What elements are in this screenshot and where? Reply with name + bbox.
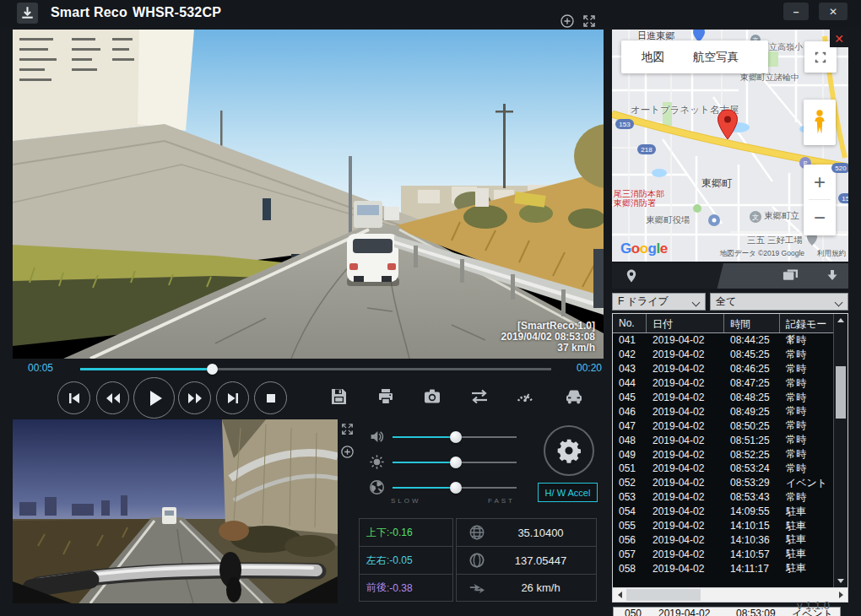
- table-row[interactable]: 0442019-04-0208:47:25常時: [613, 376, 847, 391]
- brightness-slider-thumb[interactable]: [450, 457, 462, 468]
- print-icon[interactable]: [376, 386, 396, 407]
- gps-panel: 35.10400 137.05447 26 km/h: [456, 518, 597, 602]
- total-time: 00:20: [577, 362, 602, 374]
- swap-camera-icon[interactable]: [469, 386, 490, 407]
- settings-button[interactable]: [544, 425, 594, 476]
- previous-file-button[interactable]: [57, 381, 90, 414]
- export-images-icon[interactable]: [782, 268, 798, 284]
- rear-video[interactable]: [13, 419, 338, 603]
- fast-forward-button[interactable]: [178, 381, 211, 414]
- map-panel[interactable]: 文 文 P 日進東郷東郷町立高嶺小東郷町立諸輪中オートプラネット名古屋東郷町尾三…: [612, 30, 848, 262]
- next-file-button[interactable]: [216, 381, 249, 414]
- table-row[interactable]: 0422019-04-0208:45:25常時: [613, 348, 847, 362]
- playback-speed-slider[interactable]: [393, 487, 517, 489]
- screenshot-camera-icon[interactable]: [422, 386, 442, 407]
- map-zoom-control: + −: [804, 165, 836, 235]
- volume-slider-thumb[interactable]: [450, 431, 462, 443]
- vehicle-info-icon[interactable]: [564, 386, 584, 407]
- rewind-button[interactable]: [96, 381, 129, 414]
- close-button[interactable]: ✕: [819, 3, 847, 20]
- seek-bar[interactable]: [80, 368, 551, 370]
- table-row[interactable]: 0472019-04-0208:50:25常時: [613, 419, 847, 433]
- sub-video-zoom-in-icon[interactable]: [340, 445, 355, 459]
- table-row[interactable]: 0542019-04-0214:09:55駐車: [613, 505, 847, 519]
- map-label: 東郷町立諸輪中: [740, 72, 799, 84]
- route-shield: 218: [637, 144, 656, 154]
- table-row[interactable]: 0572019-04-0214:10:57駐車: [613, 547, 847, 561]
- zoom-in-button[interactable]: +: [804, 165, 836, 199]
- gsensor-panel: 上下 : -0.16 左右 : -0.05 前後 : -0.38: [359, 518, 453, 602]
- drive-select[interactable]: F ドライブ: [612, 293, 706, 311]
- table-row[interactable]: 0512019-04-0208:53:24常時: [613, 462, 847, 476]
- playback-speed-slider-thumb[interactable]: [450, 482, 462, 494]
- drive-select-value: F ドライブ: [618, 294, 669, 309]
- scroll-down-arrow[interactable]: [834, 575, 847, 587]
- gsensor-longitudinal-label: 前後: [366, 581, 387, 595]
- table-row[interactable]: 0452019-04-0208:48:25常時: [613, 391, 847, 405]
- svg-text:文: 文: [752, 213, 759, 221]
- col-no[interactable]: No.: [613, 314, 647, 332]
- main-video[interactable]: P: [13, 30, 604, 359]
- tab-satellite[interactable]: 航空写真: [693, 50, 739, 65]
- table-row[interactable]: 0552019-04-0214:10:15駐車: [613, 519, 847, 533]
- table-row[interactable]: 0532019-04-0208:53:43常時: [613, 490, 847, 505]
- table-row[interactable]: 0562019-04-0214:10:36駐車: [613, 532, 847, 547]
- seek-bar-thumb[interactable]: [207, 364, 218, 375]
- vertical-scroll-thumb[interactable]: [836, 366, 846, 419]
- playback-speed-icon: [369, 479, 385, 495]
- table-row[interactable]: 0482019-04-0208:51:25常時: [613, 433, 847, 447]
- scroll-left-arrow[interactable]: [614, 590, 625, 600]
- table-header: No. 日付 時間 記録モード: [613, 314, 847, 333]
- vertical-scrollbar[interactable]: [833, 314, 847, 587]
- speed-row: 26 km/h: [457, 575, 596, 601]
- tab-map[interactable]: 地図: [642, 50, 664, 65]
- map-label: 東郷町立: [764, 210, 799, 222]
- app-logo-icon: [17, 3, 38, 24]
- col-date[interactable]: 日付: [647, 314, 724, 332]
- recording-table: No. 日付 時間 記録モード 0412019-04-0208:44:25常時 …: [612, 313, 848, 602]
- gsensor-lateral-label: 左右: [366, 554, 387, 568]
- minimize-button[interactable]: –: [783, 3, 809, 20]
- route-shield: 153: [838, 193, 848, 203]
- horizontal-scroll-thumb[interactable]: [626, 589, 701, 601]
- track-location-icon[interactable]: [624, 268, 639, 284]
- scroll-up-arrow[interactable]: [834, 314, 847, 327]
- map-toolbar: [612, 263, 848, 289]
- play-button[interactable]: [133, 377, 175, 419]
- pegman-button[interactable]: [804, 100, 836, 145]
- map-terms-link[interactable]: 利用規約: [817, 249, 846, 259]
- stop-button[interactable]: [254, 381, 287, 414]
- gsensor-longitudinal: 前後 : -0.38: [360, 575, 452, 601]
- save-icon[interactable]: [328, 386, 349, 407]
- table-row[interactable]: 0432019-04-0208:46:25常時: [613, 362, 847, 376]
- hw-accel-button[interactable]: H/ W Accel: [538, 483, 598, 502]
- video-zoom-in-icon[interactable]: [560, 14, 575, 29]
- table-row[interactable]: 0522019-04-0208:53:29イベント: [613, 476, 847, 490]
- dashboard-gauge-icon[interactable]: [515, 386, 535, 407]
- map-close-button[interactable]: ✕: [830, 30, 848, 47]
- route-shield: 520: [831, 163, 848, 173]
- speed-value: 26 km/h: [485, 581, 596, 594]
- map-marker-icon[interactable]: [717, 109, 739, 141]
- app-title-brand: Smart Reco: [51, 5, 127, 19]
- volume-icon: [369, 429, 385, 445]
- route-shield: 153: [615, 119, 634, 129]
- filter-select[interactable]: 全て: [710, 293, 848, 311]
- brightness-icon: [369, 454, 385, 470]
- col-time[interactable]: 時間: [724, 314, 780, 332]
- scroll-right-arrow[interactable]: [835, 590, 847, 600]
- table-row[interactable]: 0462019-04-0208:49:25常時: [613, 404, 847, 419]
- latitude-value: 35.10400: [485, 527, 596, 539]
- gsensor-vertical-value: -0.16: [389, 527, 412, 538]
- volume-slider[interactable]: [393, 436, 517, 438]
- col-mode[interactable]: 記録モード: [780, 314, 834, 332]
- zoom-out-button[interactable]: −: [804, 200, 836, 235]
- map-attribution: 地図データ ©2019 Google: [720, 249, 804, 259]
- table-row[interactable]: 0492019-04-0208:52:25常時: [613, 447, 847, 462]
- brightness-slider[interactable]: [393, 462, 517, 463]
- table-row[interactable]: 0412019-04-0208:44:25常時: [613, 333, 847, 348]
- table-row[interactable]: 0582019-04-0214:11:17駐車: [613, 561, 847, 575]
- download-icon[interactable]: [825, 268, 840, 284]
- sub-video-fullscreen-icon[interactable]: [340, 422, 355, 436]
- video-fullscreen-icon[interactable]: [582, 14, 597, 29]
